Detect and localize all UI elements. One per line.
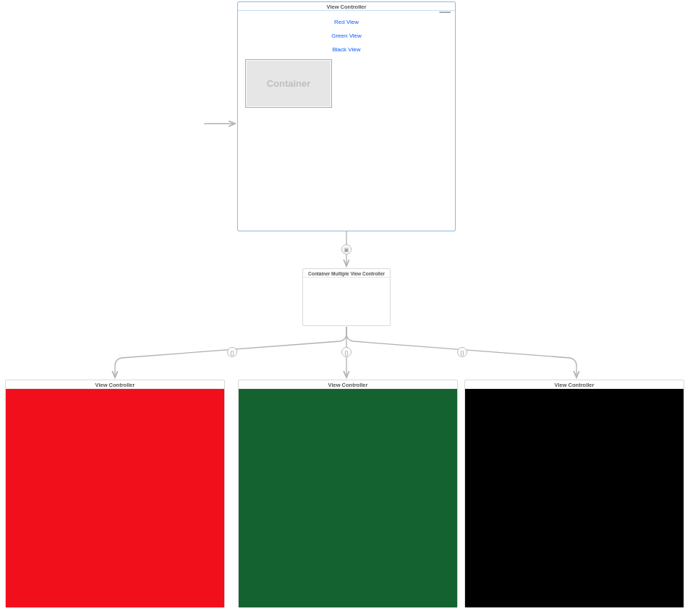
scene-title: View Controller bbox=[6, 380, 224, 389]
custom-segue-icon[interactable]: {} bbox=[227, 347, 237, 357]
scene-title: View Controller bbox=[465, 380, 684, 389]
green-view bbox=[239, 389, 457, 607]
green-view-controller-scene[interactable]: View Controller bbox=[238, 380, 458, 608]
custom-segue-icon[interactable]: {} bbox=[457, 347, 467, 357]
custom-icon: {} bbox=[460, 349, 464, 356]
custom-segue-icon[interactable]: {} bbox=[341, 347, 352, 357]
main-scene-body: Red View Green View Black View Container bbox=[238, 11, 455, 231]
container-view[interactable]: Container bbox=[245, 59, 332, 108]
red-view bbox=[6, 389, 224, 607]
storyboard-canvas: View Controller ====== Red View Green Vi… bbox=[0, 0, 698, 616]
scene-title: View Controller bbox=[238, 2, 455, 11]
red-view-controller-scene[interactable]: View Controller bbox=[5, 380, 225, 608]
red-view-button[interactable]: Red View bbox=[303, 15, 390, 29]
main-view-controller-scene[interactable]: View Controller ====== Red View Green Vi… bbox=[237, 1, 456, 231]
container-multiple-body bbox=[303, 278, 390, 325]
black-view bbox=[465, 389, 684, 607]
embed-icon: ▣ bbox=[344, 247, 349, 253]
scene-title: View Controller bbox=[239, 380, 457, 389]
green-view-button[interactable]: Green View bbox=[303, 29, 390, 43]
custom-icon: {} bbox=[344, 349, 348, 356]
custom-icon: {} bbox=[230, 349, 234, 356]
container-view-label: Container bbox=[267, 78, 311, 89]
embed-segue-icon[interactable]: ▣ bbox=[341, 244, 352, 254]
black-view-button[interactable]: Black View bbox=[303, 43, 390, 56]
scene-title: Container Multiple View Controller bbox=[303, 269, 390, 278]
black-view-controller-scene[interactable]: View Controller bbox=[464, 380, 684, 608]
container-multiple-view-controller-scene[interactable]: Container Multiple View Controller bbox=[302, 268, 391, 326]
